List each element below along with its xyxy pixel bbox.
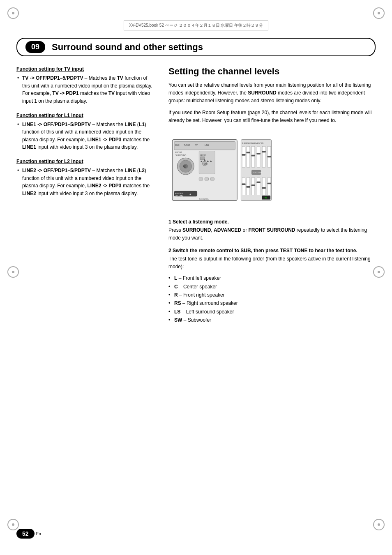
svg-text:►►: ►► bbox=[207, 159, 213, 163]
content-area: Function setting for TV input TV -> OFF/… bbox=[16, 66, 376, 327]
list-item: L – Front left speaker bbox=[168, 274, 376, 282]
svg-rect-33 bbox=[251, 146, 254, 167]
section3-heading: Function setting for L2 input bbox=[16, 159, 156, 164]
page: XV-DV525.book 52 ページ ２００４年２月１８日 水曜日 午後２時… bbox=[0, 0, 392, 555]
list-item: R – Front right speaker bbox=[168, 291, 376, 299]
step2-heading: 2 Switch the remote control to SUB, then… bbox=[168, 248, 376, 253]
list-item: RS – Right surround speaker bbox=[168, 299, 376, 307]
svg-rect-40 bbox=[257, 153, 261, 154]
section2-heading: Function setting for L1 input bbox=[16, 113, 156, 118]
section3-bullet: LINE2 -> OFF/PDP1–5/PDPTV – Matches the … bbox=[22, 167, 156, 197]
svg-rect-55 bbox=[262, 187, 266, 189]
list-item: LS – Left surround speaker bbox=[168, 308, 376, 316]
reg-mark-top-left bbox=[7, 7, 19, 19]
left-column: Function setting for TV input TV -> OFF/… bbox=[16, 66, 156, 327]
device-illustration: DVD TUNER TV LINE FRONT SURROUND ⊕ CENTE… bbox=[168, 129, 376, 212]
svg-rect-35 bbox=[262, 146, 265, 167]
svg-text:TV CONTROL: TV CONTROL bbox=[199, 198, 209, 200]
reg-mark-top-right bbox=[373, 7, 385, 19]
svg-rect-21 bbox=[199, 177, 203, 180]
section1-heading: Function setting for TV input bbox=[16, 66, 156, 72]
speaker-list: L – Front left speaker C – Center speake… bbox=[168, 274, 376, 324]
section1-bullet: TV -> OFF/PDP1–5/PDPTV – Matches the TV … bbox=[22, 74, 156, 105]
svg-rect-38 bbox=[246, 152, 250, 153]
svg-text:FRONT: FRONT bbox=[175, 152, 182, 154]
right-column: Setting the channel levels You can set t… bbox=[168, 66, 376, 327]
svg-text:SURROUND  ADVANCED: SURROUND ADVANCED bbox=[242, 142, 264, 144]
svg-rect-32 bbox=[247, 146, 249, 167]
svg-text:MASTER: MASTER bbox=[175, 193, 183, 195]
svg-rect-37 bbox=[242, 154, 245, 156]
svg-rect-23 bbox=[210, 177, 214, 180]
svg-rect-52 bbox=[246, 186, 250, 188]
svg-rect-54 bbox=[257, 181, 261, 183]
step2-text: The test tone is output in the following… bbox=[168, 255, 376, 271]
page-number: 52 bbox=[16, 529, 35, 539]
chapter-header: 09 Surround sound and other settings bbox=[16, 38, 376, 56]
svg-text:LINE: LINE bbox=[205, 144, 209, 146]
step1-heading: 1 Select a listening mode. bbox=[168, 219, 376, 225]
right-main-title: Setting the channel levels bbox=[168, 66, 376, 77]
intro-para1: You can set the relative channel levels … bbox=[168, 81, 376, 105]
svg-text:-06: -06 bbox=[263, 196, 267, 198]
svg-rect-31 bbox=[242, 146, 245, 167]
page-lang: En bbox=[36, 532, 41, 536]
list-item: SW – Subwoofer bbox=[168, 316, 376, 324]
step1-text: Press SURROUND, ADVANCED or FRONT SURROU… bbox=[168, 226, 376, 242]
svg-text:VOLUME: VOLUME bbox=[175, 195, 183, 197]
top-bar-text: XV-DV525.book 52 ページ ２００４年２月１８日 水曜日 午後２時… bbox=[129, 23, 263, 28]
svg-text:DVD: DVD bbox=[175, 144, 180, 146]
svg-text:+: + bbox=[189, 193, 191, 196]
svg-text:TV: TV bbox=[195, 144, 198, 146]
list-item: C – Center speaker bbox=[168, 283, 376, 291]
top-bar: XV-DV525.book 52 ページ ２００４年２月１８日 水曜日 午後２時… bbox=[124, 21, 268, 30]
svg-rect-53 bbox=[251, 184, 255, 186]
intro-para2: If you used the Room Setup feature (page… bbox=[168, 109, 376, 124]
chapter-title: Surround sound and other settings bbox=[52, 42, 203, 53]
svg-text:TEST TONE: TEST TONE bbox=[252, 171, 262, 173]
chapter-number: 09 bbox=[25, 41, 45, 53]
section2-bullet: LINE1 -> OFF/PDP1–5/PDPTV – Matches the … bbox=[22, 121, 156, 151]
svg-rect-39 bbox=[251, 154, 255, 156]
svg-rect-45 bbox=[242, 177, 245, 195]
svg-rect-48 bbox=[257, 177, 260, 195]
svg-text:CTR: CTR bbox=[203, 163, 208, 165]
svg-rect-47 bbox=[251, 177, 254, 195]
svg-rect-42 bbox=[267, 156, 271, 157]
page-footer: 52 En bbox=[16, 529, 376, 539]
svg-text:CENTER: CENTER bbox=[200, 154, 207, 156]
svg-text:▲: ▲ bbox=[203, 157, 206, 161]
svg-text:⊕: ⊕ bbox=[183, 164, 187, 168]
svg-rect-56 bbox=[267, 182, 271, 184]
svg-rect-34 bbox=[257, 146, 260, 167]
svg-rect-41 bbox=[262, 151, 266, 152]
svg-text:SURROUND: SURROUND bbox=[175, 154, 187, 156]
svg-rect-22 bbox=[205, 177, 208, 180]
svg-rect-50 bbox=[267, 177, 270, 195]
svg-rect-49 bbox=[262, 177, 265, 195]
device-svg: DVD TUNER TV LINE FRONT SURROUND ⊕ CENTE… bbox=[168, 129, 275, 211]
svg-text:TUNER: TUNER bbox=[184, 144, 191, 146]
svg-rect-51 bbox=[242, 183, 245, 185]
